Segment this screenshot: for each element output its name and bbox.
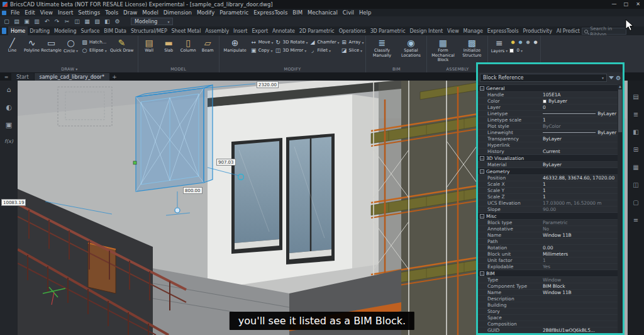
- form-mechanical-block-button[interactable]: ▦Form Mechanical Block: [429, 37, 457, 65]
- rectangle-button[interactable]: ▭Rectangle: [42, 37, 60, 65]
- menu-help[interactable]: Help: [357, 9, 374, 16]
- open-file-icon[interactable]: ▤: [13, 18, 21, 26]
- hatch-button[interactable]: ▨Hatch...: [81, 38, 107, 46]
- layer-on-icon[interactable]: ●: [509, 40, 516, 45]
- print-icon[interactable]: ▥: [33, 18, 41, 26]
- slice-button[interactable]: ◪Slice▾: [341, 47, 364, 54]
- menu-expresstools[interactable]: ExpressTools: [251, 9, 290, 16]
- tab-expresstools[interactable]: ExpressTools: [485, 26, 521, 35]
- tab-structural-mep[interactable]: Structural/MEP: [128, 26, 169, 35]
- property-row-scale-z[interactable]: Scale Z1: [478, 193, 618, 200]
- property-row-position[interactable]: Position46332.88, 33674.60, 17020.00: [478, 174, 618, 181]
- 0-button[interactable]: 0▾: [509, 47, 538, 54]
- menu-draw[interactable]: Draw: [121, 9, 140, 16]
- maximize-button[interactable]: □: [620, 0, 632, 9]
- grip-point-green[interactable]: [133, 161, 136, 164]
- spatial-locations-button[interactable]: ◉Spatial Locations: [397, 37, 425, 65]
- tab-bim-data[interactable]: BIM Data: [102, 26, 129, 35]
- line-button[interactable]: ╱Line: [3, 37, 21, 65]
- reports-panel-icon[interactable]: ▦: [633, 164, 638, 171]
- tab-insert[interactable]: Insert: [231, 26, 250, 35]
- 3d-rotate-button[interactable]: ↻3D Rotate▾: [274, 38, 308, 46]
- selection-type-dropdown[interactable]: Block Reference ▾: [480, 74, 607, 82]
- copy-icon[interactable]: ◫: [73, 18, 81, 26]
- tab-productivity[interactable]: Productivity: [521, 26, 554, 35]
- tab-design-intent[interactable]: Design Intent: [408, 26, 445, 35]
- layers-button[interactable]: ≡Layers ▾: [490, 37, 508, 65]
- property-row-explodable[interactable]: ExplodableYes: [478, 263, 618, 270]
- section-header-general[interactable]: −General: [478, 84, 618, 91]
- tab-manage[interactable]: Manage: [461, 26, 485, 35]
- layer-lock-icon[interactable]: ●: [525, 40, 531, 45]
- tab-home[interactable]: Home: [8, 26, 27, 35]
- fx-icon[interactable]: f(x): [4, 139, 13, 144]
- beam-button[interactable]: ▱Beam: [199, 37, 217, 65]
- wall-button[interactable]: ▤Wall: [140, 37, 158, 65]
- render-icon[interactable]: ◐: [6, 103, 12, 111]
- tab-operations[interactable]: Operations: [336, 26, 368, 35]
- tab-2d-parametric[interactable]: 2D Parametric: [297, 26, 336, 35]
- property-row-slope[interactable]: Slope90.00: [478, 206, 618, 212]
- gear-icon[interactable]: ⚙: [616, 75, 621, 81]
- fillet-button[interactable]: ◞Fillet▾: [309, 47, 339, 54]
- menu-dimension[interactable]: Dimension: [161, 9, 194, 16]
- layer-toggles-button[interactable]: ●●●●: [509, 38, 538, 46]
- grip-point-blue[interactable]: [175, 208, 180, 213]
- array-button[interactable]: ⊞Array▾: [341, 38, 364, 46]
- menu-mechanical[interactable]: Mechanical: [305, 9, 340, 16]
- library-panel-icon[interactable]: ▢: [633, 199, 638, 206]
- collapse-icon[interactable]: −: [480, 214, 484, 219]
- circle-button[interactable]: ○Circle ▾: [62, 37, 80, 65]
- property-row-linetype[interactable]: LinetypeByLayer: [478, 110, 618, 116]
- property-row-scale-y[interactable]: Scale Y1: [478, 187, 618, 193]
- copy-button[interactable]: ▣Copy▾: [250, 47, 274, 54]
- sheets-panel-icon[interactable]: ≡: [633, 217, 638, 224]
- scroll-up-icon[interactable]: ▲: [618, 84, 623, 88]
- property-row-space[interactable]: Space: [478, 314, 618, 321]
- ellipse-button[interactable]: ○Ellipse▾: [81, 47, 107, 54]
- tab-view[interactable]: View: [445, 26, 462, 35]
- property-row-history[interactable]: HistoryCurrent: [478, 148, 618, 154]
- dimension-label[interactable]: 907.03: [216, 159, 236, 166]
- 3d-mirror-button[interactable]: ◫3D Mirror▾: [274, 47, 308, 54]
- scrollbar-thumb[interactable]: [618, 89, 622, 132]
- match-properties-icon[interactable]: ▧: [93, 18, 101, 26]
- property-row-layer[interactable]: Layer0: [478, 104, 618, 110]
- property-row-building[interactable]: Building: [478, 302, 618, 308]
- menu-view[interactable]: View: [38, 9, 55, 16]
- new-tab-button[interactable]: +: [110, 74, 119, 80]
- collapse-icon[interactable]: −: [480, 86, 484, 91]
- slab-button[interactable]: ▬Slab: [160, 37, 178, 65]
- cut-icon[interactable]: ✂: [63, 18, 71, 26]
- menu-model[interactable]: Model: [140, 9, 161, 16]
- quick-draw-button[interactable]: ✎Quick Draw: [108, 37, 136, 65]
- layers-panel-icon[interactable]: ≣: [633, 111, 638, 118]
- document-tab-start[interactable]: Start: [11, 73, 34, 81]
- filter-icon[interactable]: [609, 76, 614, 79]
- move-button[interactable]: ↔Move▾: [250, 38, 274, 46]
- property-row-name[interactable]: NameWindow 11B: [478, 289, 618, 295]
- paste-icon[interactable]: ▦: [83, 18, 91, 26]
- undo-icon[interactable]: ↶: [43, 18, 51, 26]
- classify-manually-button[interactable]: ≣Classify Manually: [368, 37, 396, 65]
- menu-parametric[interactable]: Parametric: [217, 9, 251, 16]
- collapse-icon[interactable]: −: [480, 169, 484, 174]
- tab-modeling[interactable]: Modeling: [52, 26, 79, 35]
- property-row-scale-x[interactable]: Scale X1: [478, 181, 618, 187]
- properties-scrollbar[interactable]: ▲: [618, 84, 623, 333]
- tab-annotate[interactable]: Annotate: [270, 26, 297, 35]
- property-row-handle[interactable]: Handle105E1A: [478, 91, 618, 98]
- property-row-guid[interactable]: GUID2B8f8sU1wOQ6kBL5...: [478, 327, 618, 333]
- manipulate-button[interactable]: ⊕Manipulate: [221, 37, 249, 65]
- property-row-block-unit[interactable]: Block unitMillimeters: [478, 251, 618, 257]
- dimension-label[interactable]: 800.00: [183, 187, 203, 194]
- tab-list-icon[interactable]: ≡: [2, 74, 11, 80]
- tips-panel-icon[interactable]: ◫: [633, 181, 638, 188]
- menu-bim[interactable]: BIM: [290, 9, 305, 16]
- structure-panel-icon[interactable]: ◧: [633, 128, 638, 135]
- property-row-color[interactable]: ColorByLayer: [478, 98, 618, 104]
- property-row-plot-style[interactable]: Plot styleByColor: [478, 123, 618, 129]
- menu-civil[interactable]: Civil: [340, 9, 357, 16]
- menu-tools[interactable]: Tools: [103, 9, 121, 16]
- menu-modify[interactable]: Modify: [194, 9, 217, 16]
